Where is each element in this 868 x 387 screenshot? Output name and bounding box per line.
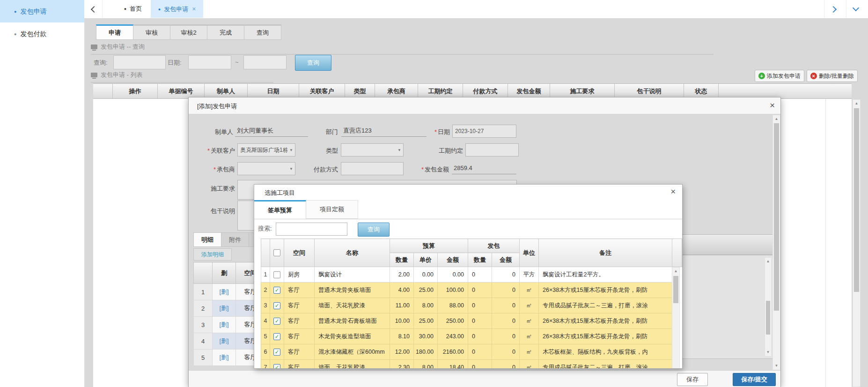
check-icon: ✓ [275, 334, 279, 339]
picker-title: 选施工项目 [265, 189, 295, 197]
cell-name: 墙面、天花乳胶漆 [315, 298, 390, 313]
scroll-up-icon[interactable]: ▲ [773, 115, 780, 123]
cell-qty: 11.00 [390, 298, 414, 313]
dialog-scrollbar[interactable]: ▲ ▼ [772, 115, 780, 370]
date-to-input[interactable] [243, 55, 287, 69]
scroll-down-icon[interactable]: ▼ [773, 362, 780, 370]
date-field-input[interactable]: 2023-10-27 [452, 125, 516, 138]
picker-table-scrollbar[interactable]: ▲ [672, 267, 680, 369]
bullet-icon: ● [124, 7, 126, 11]
cell-remark: 专用成品腻子批灰二～三遍，打磨，滚涂 [539, 360, 672, 369]
tab-shenhe2[interactable]: 审核2 [170, 24, 207, 40]
tab-chaxun[interactable]: 查询 [244, 24, 281, 40]
picker-table-row[interactable]: 2 ✓ 客厅 普通木龙骨夹板墙面 4.00 25.00 100.00 0 0 ㎡… [261, 283, 672, 298]
row-number: 1 [261, 267, 270, 283]
tab-shenqing[interactable]: 申请 [96, 24, 133, 40]
dropdown-icon: ▼ [397, 148, 401, 152]
tab-fabao-shenqing[interactable]: ●发包申请× [151, 0, 203, 18]
row-checkbox[interactable]: ✓ [273, 333, 280, 340]
tab-shenhe[interactable]: 审核 [133, 24, 170, 40]
row-checkbox[interactable]: ✓ [273, 287, 280, 294]
picker-table-row[interactable]: 5 ✓ 客厅 木龙骨夹板造型墙面 8.10 30.00 243.00 0 0 ㎡… [261, 329, 672, 344]
row-checkbox[interactable]: ✓ [273, 271, 280, 278]
picker-table-row[interactable]: 6 ✓ 客厅 混水漆储藏柜（深600mm 12.00 180.00 2160.0… [261, 344, 672, 360]
picker-col-checkbox: ✓ [270, 239, 284, 267]
cell-name: 普通木龙骨夹板墙面 [315, 283, 390, 298]
sidebar-item-fabao-fukuan[interactable]: ●发包付款 [0, 22, 84, 45]
dialog-scrollbar-thumb[interactable] [774, 123, 779, 311]
picker-table-row[interactable]: 1 ✓ 厨房 飘窗设计 2.00 0.00 0.00 0 0 平方 飘窗设计工程… [261, 267, 672, 283]
scroll-up-icon[interactable]: ▲ [765, 258, 771, 265]
delete-row-link[interactable]: [删] [219, 288, 228, 295]
picker-table-row[interactable]: 4 ✓ 客厅 普通木龙骨石膏板墙面 10.00 25.00 250.00 0 0… [261, 313, 672, 329]
dialog-title: [添加]发包申请 [197, 102, 237, 111]
save-button[interactable]: 保存 [677, 373, 708, 386]
tabs-forward-button[interactable] [824, 0, 846, 18]
delete-row-link[interactable]: [删] [219, 321, 228, 328]
row-checkbox[interactable]: ✓ [273, 349, 280, 356]
check-icon: ✓ [275, 287, 279, 293]
delete-batch-button[interactable]: ×删除/批量删除 [807, 70, 858, 82]
tabs-collapse-button[interactable] [846, 0, 868, 18]
scroll-up-icon[interactable]: ▲ [672, 268, 679, 275]
panel-scrollbar[interactable]: ▲ ▼ [765, 257, 772, 357]
add-fabao-button[interactable]: +添加发包申请 [755, 70, 804, 82]
page-scrollbar[interactable]: ▲ [853, 99, 861, 387]
search-button[interactable]: 查询 [358, 223, 390, 237]
monitor-icon [91, 45, 97, 49]
delete-row-link[interactable]: [删] [219, 354, 228, 361]
tab-mingxi[interactable]: 明细 [193, 232, 221, 247]
tab-wancheng[interactable]: 完成 [207, 24, 244, 40]
row-number: 7 [261, 360, 270, 369]
row-checkbox[interactable]: ✓ [273, 302, 280, 309]
cell-unit: 平方 [520, 267, 539, 283]
tab-close-icon[interactable]: × [192, 5, 196, 13]
picker-table-row[interactable]: 3 ✓ 客厅 墙面、天花乳胶漆 11.00 8.00 88.00 0 0 ㎡ 专… [261, 298, 672, 313]
tab-fujian[interactable]: 附件 [221, 232, 249, 247]
query-button[interactable]: 查询 [295, 55, 331, 71]
row-number: 6 [261, 344, 270, 360]
contractor-select[interactable]: ▼ [237, 162, 295, 175]
amount-value: 2859.4 [452, 162, 516, 174]
add-detail-link[interactable]: 添加明细 [193, 248, 232, 260]
tab-home-label: 首页 [130, 5, 142, 12]
column-header: 施工要求 [550, 84, 615, 98]
page-scrollbar-thumb[interactable] [854, 108, 859, 292]
picker-close-icon[interactable]: × [670, 187, 676, 197]
select-all-checkbox[interactable]: ✓ [273, 249, 280, 256]
row-checkbox[interactable]: ✓ [273, 364, 280, 369]
scroll-down-icon[interactable]: ▼ [765, 349, 771, 356]
row-number: 3 [194, 317, 213, 333]
search-input[interactable] [276, 223, 347, 236]
type-select[interactable]: ▼ [341, 143, 404, 156]
cell-unit: ㎡ [520, 313, 539, 329]
dialog-close-icon[interactable]: × [770, 101, 775, 110]
cell-name: 墙面、天花乳胶漆 [315, 360, 390, 369]
sidebar-item-label: 发包付款 [20, 30, 46, 37]
tabs-back-button[interactable] [84, 0, 103, 18]
customer-select[interactable]: 奥克斯国际广场1栋5单 ▼ [237, 143, 295, 156]
sidebar-item-fabao-shenqing[interactable]: ●发包申请 [0, 0, 84, 22]
date-from-input[interactable] [188, 55, 231, 69]
picker-table-row[interactable]: 7 ✓ 客厅 墙面、天花乳胶漆 2.30 8.00 18.40 0 0 ㎡ 专用… [261, 360, 672, 369]
cell-amount: 250.00 [438, 313, 468, 329]
delete-row-link[interactable]: [删] [219, 305, 228, 312]
query-keyword-input[interactable] [113, 55, 166, 69]
chevron-right-icon [830, 6, 837, 13]
cell-qty: 8.10 [390, 329, 414, 344]
duration-input[interactable] [465, 143, 519, 156]
tab-qiandan-yusuan[interactable]: 签单预算 [254, 200, 306, 219]
scroll-up-icon[interactable]: ▲ [853, 100, 860, 107]
tab-xiangmu-dinge[interactable]: 项目定额 [306, 200, 358, 219]
column-header: 工期约定 [418, 84, 463, 98]
panel-scrollbar-thumb[interactable] [766, 301, 770, 335]
row-number: 4 [194, 333, 213, 350]
delete-row-link[interactable]: [删] [219, 337, 228, 344]
detail-panel-header [682, 234, 773, 255]
save-submit-button[interactable]: 保存/提交 [733, 373, 776, 386]
picker-scrollbar-thumb[interactable] [673, 276, 678, 303]
tab-home[interactable]: ●首页 [114, 0, 152, 18]
payment-input[interactable] [341, 162, 404, 175]
row-checkbox[interactable]: ✓ [273, 318, 280, 325]
page-tabs: 申请 审核 审核2 完成 查询 [96, 24, 281, 40]
